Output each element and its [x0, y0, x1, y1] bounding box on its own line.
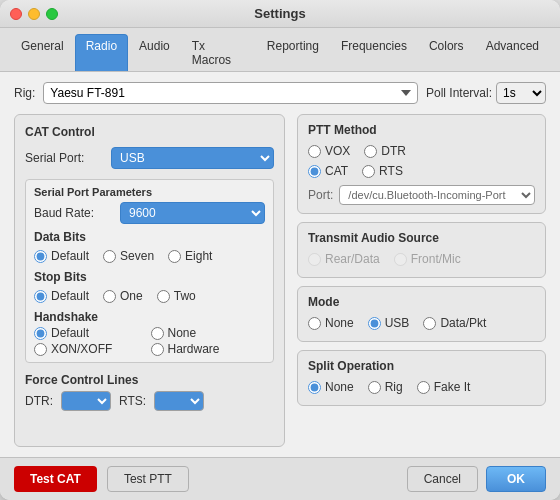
transmit-audio-title: Transmit Audio Source [308, 231, 535, 245]
main-panels: CAT Control Serial Port: USB Serial Port… [14, 114, 546, 447]
tab-tx-macros[interactable]: Tx Macros [181, 34, 256, 71]
data-bits-group: Default Seven Eight [34, 246, 265, 266]
stop-bits-group: Default One Two [34, 286, 265, 306]
transmit-front-mic[interactable]: Front/Mic [394, 252, 461, 266]
transmit-audio-group: Rear/Data Front/Mic [308, 249, 535, 269]
ptt-cat[interactable]: CAT [308, 164, 348, 178]
tab-advanced[interactable]: Advanced [475, 34, 550, 71]
rts-label: RTS: [119, 394, 146, 408]
dtr-select[interactable] [61, 391, 111, 411]
mode-title: Mode [308, 295, 535, 309]
bottom-buttons: Test CAT Test PTT Cancel OK [0, 457, 560, 500]
dtr-rts-row: DTR: RTS: [25, 391, 274, 411]
split-operation-section: Split Operation None Rig Fake It [297, 350, 546, 406]
baud-rate-label: Baud Rate: [34, 206, 114, 220]
mode-none[interactable]: None [308, 316, 354, 330]
handshake-title: Handshake [34, 310, 265, 324]
stop-bits-default[interactable]: Default [34, 289, 89, 303]
data-bits-eight[interactable]: Eight [168, 249, 212, 263]
ptt-method-group: VOX DTR [308, 141, 535, 161]
mode-usb[interactable]: USB [368, 316, 410, 330]
rig-label: Rig: [14, 86, 35, 100]
main-content: Rig: Yaesu FT-891 Poll Interval: 1s CAT … [0, 72, 560, 457]
poll-interval-select[interactable]: 1s [496, 82, 546, 104]
split-operation-title: Split Operation [308, 359, 535, 373]
stop-bits-one[interactable]: One [103, 289, 143, 303]
rig-row: Rig: Yaesu FT-891 Poll Interval: 1s [14, 82, 546, 104]
traffic-lights [10, 8, 58, 20]
cancel-button[interactable]: Cancel [407, 466, 478, 492]
data-bits-default[interactable]: Default [34, 249, 89, 263]
window-title: Settings [254, 6, 305, 21]
serial-port-row: Serial Port: USB [25, 147, 274, 169]
ptt-port-row: Port: /dev/cu.Bluetooth-Incoming-Port [308, 185, 535, 205]
tab-frequencies[interactable]: Frequencies [330, 34, 418, 71]
titlebar: Settings [0, 0, 560, 28]
close-button[interactable] [10, 8, 22, 20]
minimize-button[interactable] [28, 8, 40, 20]
right-panel: PTT Method VOX DTR CAT [297, 114, 546, 447]
mode-section: Mode None USB Data/Pkt [297, 286, 546, 342]
settings-window: Settings General Radio Audio Tx Macros R… [0, 0, 560, 500]
mode-data-pkt[interactable]: Data/Pkt [423, 316, 486, 330]
test-ptt-button[interactable]: Test PTT [107, 466, 189, 492]
ptt-rts[interactable]: RTS [362, 164, 403, 178]
action-buttons: Cancel OK [407, 466, 546, 492]
split-operation-group: None Rig Fake It [308, 377, 535, 397]
dtr-label: DTR: [25, 394, 53, 408]
serial-port-label: Serial Port: [25, 151, 105, 165]
handshake-none[interactable]: None [151, 326, 266, 340]
test-buttons: Test CAT Test PTT [14, 466, 189, 492]
stop-bits-two[interactable]: Two [157, 289, 196, 303]
transmit-audio-section: Transmit Audio Source Rear/Data Front/Mi… [297, 222, 546, 278]
ptt-method-title: PTT Method [308, 123, 535, 137]
poll-label: Poll Interval: [426, 86, 492, 100]
baud-rate-select[interactable]: 9600 [120, 202, 265, 224]
handshake-group: Default None XON/XOFF Hardware [34, 326, 265, 356]
tab-general[interactable]: General [10, 34, 75, 71]
force-control-lines-section: Force Control Lines DTR: RTS: [25, 373, 274, 411]
handshake-hardware[interactable]: Hardware [151, 342, 266, 356]
serial-port-params-title: Serial Port Parameters [34, 186, 265, 198]
stop-bits-title: Stop Bits [34, 270, 265, 284]
data-bits-seven[interactable]: Seven [103, 249, 154, 263]
split-rig[interactable]: Rig [368, 380, 403, 394]
rts-select[interactable] [154, 391, 204, 411]
test-cat-button[interactable]: Test CAT [14, 466, 97, 492]
transmit-rear-data[interactable]: Rear/Data [308, 252, 380, 266]
ptt-method-section: PTT Method VOX DTR CAT [297, 114, 546, 214]
rig-select[interactable]: Yaesu FT-891 [43, 82, 418, 104]
tab-radio[interactable]: Radio [75, 34, 128, 71]
tab-bar: General Radio Audio Tx Macros Reporting … [0, 28, 560, 72]
ptt-port-select[interactable]: /dev/cu.Bluetooth-Incoming-Port [339, 185, 535, 205]
tab-audio[interactable]: Audio [128, 34, 181, 71]
handshake-xon-xoff[interactable]: XON/XOFF [34, 342, 149, 356]
ptt-port-label: Port: [308, 188, 333, 202]
split-none[interactable]: None [308, 380, 354, 394]
split-fake-it[interactable]: Fake It [417, 380, 471, 394]
ok-button[interactable]: OK [486, 466, 546, 492]
ptt-method-group2: CAT RTS [308, 161, 535, 181]
handshake-default[interactable]: Default [34, 326, 149, 340]
maximize-button[interactable] [46, 8, 58, 20]
mode-group: None USB Data/Pkt [308, 313, 535, 333]
serial-port-select[interactable]: USB [111, 147, 274, 169]
ptt-dtr[interactable]: DTR [364, 144, 406, 158]
serial-port-params-section: Serial Port Parameters Baud Rate: 9600 D… [25, 179, 274, 363]
cat-control-panel: CAT Control Serial Port: USB Serial Port… [14, 114, 285, 447]
data-bits-title: Data Bits [34, 230, 265, 244]
tab-reporting[interactable]: Reporting [256, 34, 330, 71]
tab-colors[interactable]: Colors [418, 34, 475, 71]
poll-row: Poll Interval: 1s [426, 82, 546, 104]
baud-rate-row: Baud Rate: 9600 [34, 202, 265, 224]
cat-control-title: CAT Control [25, 125, 274, 139]
ptt-vox[interactable]: VOX [308, 144, 350, 158]
force-control-lines-title: Force Control Lines [25, 373, 274, 387]
